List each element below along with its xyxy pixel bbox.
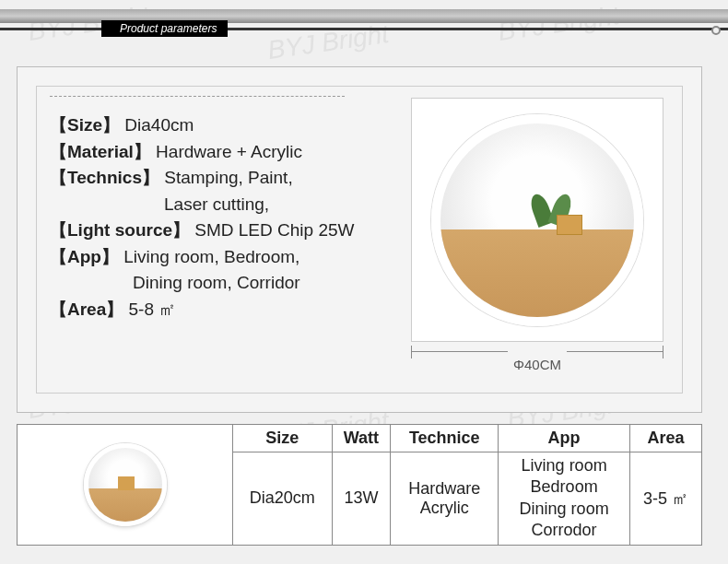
td-size: Dia20cm: [233, 452, 333, 546]
spec-table: Size Watt Technice App Area Dia20cm 13W …: [17, 424, 702, 546]
th-watt: Watt: [332, 425, 391, 452]
technics-label: 【Technics】: [50, 168, 159, 187]
td-watt: 13W: [332, 452, 391, 546]
technics-value-1: Stamping, Paint,: [164, 168, 292, 187]
light-value: SMD LED Chip 25W: [194, 220, 354, 240]
area-value: 5-8 ㎡: [129, 300, 177, 319]
app-value-1: Living room, Bedroom,: [123, 247, 299, 266]
table-header-row: Size Watt Technice App Area: [18, 425, 702, 452]
technics-value-2: Laser cutting,: [164, 194, 269, 214]
product-image: [431, 114, 643, 326]
page-title: Product parameters: [101, 20, 228, 37]
product-thumbnail: [84, 443, 167, 526]
table-image-cell: [18, 425, 233, 546]
app-value-2: Dining room, Corridor: [133, 273, 300, 292]
app-label: 【App】: [50, 247, 119, 266]
product-image-frame: [411, 98, 663, 342]
size-value: Dia40cm: [124, 115, 194, 135]
th-area: Area: [629, 425, 701, 452]
inner-panel: 【Size】 Dia40cm 【Material】 Hardware + Acr…: [36, 86, 683, 394]
td-area: 3-5 ㎡: [629, 452, 701, 546]
watermark: BYJ Bright: [265, 19, 390, 65]
wood-shelf: [440, 229, 634, 317]
watermark: BYJ Bright: [496, 1, 620, 47]
material-value: Hardware + Acrylic: [156, 142, 302, 161]
header-dot-icon: [711, 26, 721, 35]
dimension-text: Φ40CM: [508, 349, 567, 372]
size-label: 【Size】: [50, 115, 120, 135]
dashed-divider: [50, 96, 345, 97]
area-label: 【Area】: [50, 300, 123, 319]
th-size: Size: [233, 425, 333, 452]
th-app: App: [499, 425, 630, 452]
material-label: 【Material】: [50, 142, 151, 161]
th-technice: Technice: [391, 425, 499, 452]
td-technice: Hardware Acrylic: [391, 452, 499, 546]
dimension-indicator: Φ40CM: [411, 349, 663, 372]
house-decor: [557, 215, 582, 235]
light-label: 【Light source】: [50, 220, 190, 240]
td-app: Living room Bedroom Dining room Corrodor: [499, 452, 630, 546]
main-panel: 【Size】 Dia40cm 【Material】 Hardware + Acr…: [17, 66, 702, 413]
spec-list: 【Size】 Dia40cm 【Material】 Hardware + Acr…: [50, 112, 354, 323]
